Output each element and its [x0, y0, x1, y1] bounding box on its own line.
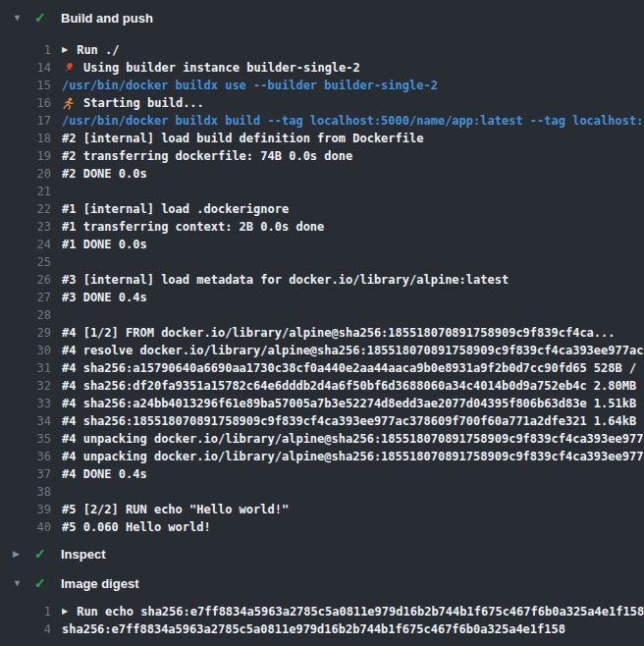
- log-text-cell: #1 DONE 0.0s: [62, 236, 644, 253]
- log-text-cell: #3 DONE 0.4s: [62, 289, 644, 306]
- line-number[interactable]: 39: [0, 501, 51, 518]
- line-number[interactable]: 23: [0, 218, 51, 236]
- line-number[interactable]: 4: [0, 620, 51, 638]
- log-text-cell: #4 unpacking docker.io/library/alpine@sh…: [62, 430, 644, 448]
- log-text-cell: #4 sha256:a15790640a6690aa1730c38cf0a440…: [62, 359, 644, 377]
- line-number[interactable]: 18: [0, 130, 51, 147]
- log-line: 4sha256:e7ff8834a5963a2785c5a0811e979d16…: [0, 620, 644, 638]
- log-text: #2 [internal] load build definition from…: [62, 130, 423, 147]
- log-text-cell: #4 sha256:a24bb4013296f61e89ba57005a7b3e…: [62, 395, 644, 412]
- expand-arrow-icon[interactable]: ▶: [62, 41, 68, 59]
- line-number[interactable]: 21: [0, 183, 51, 200]
- line-number[interactable]: 17: [0, 112, 51, 130]
- log-text: /usr/bin/docker buildx build --tag local…: [62, 112, 644, 130]
- line-number[interactable]: 1: [0, 603, 51, 620]
- group-title: Inspect: [61, 547, 106, 562]
- log-line: 21: [0, 183, 644, 200]
- line-number[interactable]: 22: [0, 200, 51, 218]
- log-text: Run echo sha256:e7ff8834a5963a2785c5a081…: [77, 603, 644, 620]
- log-text-cell: #1 transferring context: 2B 0.0s done: [62, 218, 644, 236]
- log-text: sha256:e7ff8834a5963a2785c5a0811e979d16b…: [62, 620, 565, 638]
- log-text: #4 sha256:185518070891758909c9f839cf4ca3…: [62, 412, 644, 430]
- log-line: 17/usr/bin/docker buildx build --tag loc…: [0, 112, 644, 130]
- log-text: Run ./: [77, 41, 119, 59]
- group-header-inspect[interactable]: ▶✓Inspect: [0, 542, 644, 565]
- log-text: #4 unpacking docker.io/library/alpine@sh…: [62, 448, 644, 465]
- log-text-cell: Starting build...: [62, 94, 644, 112]
- log-text-cell: [62, 253, 644, 271]
- line-number[interactable]: 38: [0, 483, 51, 501]
- log-line: 23#1 transferring context: 2B 0.0s done: [0, 218, 644, 236]
- group-header-image-digest[interactable]: ▼✓Image digest: [0, 571, 644, 595]
- line-number[interactable]: 19: [0, 147, 51, 165]
- log-text: #4 sha256:df20fa9351a15782c64e6dddb2d4a6…: [62, 377, 644, 395]
- line-number[interactable]: 27: [0, 289, 51, 306]
- log-line: 16Starting build...: [0, 94, 644, 112]
- group-title: Build and push: [61, 11, 153, 26]
- chevron-down-icon: ▼: [13, 6, 23, 29]
- log-line: 34#4 sha256:185518070891758909c9f839cf4c…: [0, 412, 644, 430]
- log-line: 1▶Run echo sha256:e7ff8834a5963a2785c5a0…: [0, 603, 644, 620]
- line-number[interactable]: 26: [0, 271, 51, 289]
- expand-arrow-icon[interactable]: ▶: [62, 603, 68, 620]
- group-title: Image digest: [61, 576, 138, 591]
- line-number[interactable]: 35: [0, 430, 51, 448]
- line-number[interactable]: 30: [0, 342, 51, 359]
- line-number[interactable]: 28: [0, 306, 51, 324]
- log-line: 37#4 DONE 0.4s: [0, 465, 644, 483]
- line-number[interactable]: 37: [0, 465, 51, 483]
- line-number[interactable]: 36: [0, 448, 51, 465]
- log-line: 14Using builder instance builder-single-…: [0, 59, 644, 77]
- line-number[interactable]: 1: [0, 41, 51, 59]
- log-text-cell: [62, 483, 644, 501]
- log-text: #5 0.060 Hello world!: [62, 518, 211, 536]
- log-line: 27#3 DONE 0.4s: [0, 289, 644, 306]
- line-number[interactable]: 20: [0, 165, 51, 183]
- log-text-cell: Using builder instance builder-single-2: [62, 59, 644, 77]
- line-number[interactable]: 24: [0, 236, 51, 253]
- log-line: 40#5 0.060 Hello world!: [0, 518, 644, 536]
- log-text: #4 resolve docker.io/library/alpine@sha2…: [62, 342, 644, 359]
- line-number[interactable]: 31: [0, 359, 51, 377]
- log-line: 39#5 [2/2] RUN echo "Hello world!": [0, 501, 644, 518]
- line-number[interactable]: 29: [0, 324, 51, 342]
- line-number[interactable]: 32: [0, 377, 51, 395]
- log-group-build-and-push: ▼✓Build and push1▶Run ./14Using builder …: [0, 6, 644, 536]
- line-number[interactable]: 40: [0, 518, 51, 536]
- log-text: Using builder instance builder-single-2: [83, 59, 360, 77]
- log-group-image-digest: ▼✓Image digest1▶Run echo sha256:e7ff8834…: [0, 571, 644, 638]
- line-number[interactable]: 33: [0, 395, 51, 412]
- log-lines: 1▶Run echo sha256:e7ff8834a5963a2785c5a0…: [0, 603, 644, 638]
- log-line: 24#1 DONE 0.0s: [0, 236, 644, 253]
- log-text-cell: #2 DONE 0.0s: [62, 165, 644, 183]
- log-text-cell: #5 0.060 Hello world!: [62, 518, 644, 536]
- log-text-cell: #5 [2/2] RUN echo "Hello world!": [62, 501, 644, 518]
- log-text-cell: #4 resolve docker.io/library/alpine@sha2…: [62, 342, 644, 359]
- line-number[interactable]: 14: [0, 59, 51, 77]
- workflow-log-viewer: ▼✓Build and push1▶Run ./14Using builder …: [0, 0, 644, 646]
- log-text: #3 [internal] load metadata for docker.i…: [62, 271, 509, 289]
- log-line: 20#2 DONE 0.0s: [0, 165, 644, 183]
- log-text-cell: /usr/bin/docker buildx use --builder bui…: [62, 77, 644, 94]
- log-text-cell: #4 [1/2] FROM docker.io/library/alpine@s…: [62, 324, 644, 342]
- line-number[interactable]: 34: [0, 412, 51, 430]
- log-line: 26#3 [internal] load metadata for docker…: [0, 271, 644, 289]
- log-line: 30#4 resolve docker.io/library/alpine@sh…: [0, 342, 644, 359]
- line-number[interactable]: 25: [0, 253, 51, 271]
- line-number[interactable]: 15: [0, 77, 51, 94]
- log-text-cell: ▶Run ./: [62, 41, 644, 59]
- log-text-cell: [62, 306, 644, 324]
- line-number[interactable]: 16: [0, 94, 51, 112]
- log-line: 36#4 unpacking docker.io/library/alpine@…: [0, 448, 644, 465]
- log-text: #2 transferring dockerfile: 74B 0.0s don…: [62, 147, 352, 165]
- log-text: #4 sha256:a15790640a6690aa1730c38cf0a440…: [62, 359, 644, 377]
- log-line: 35#4 unpacking docker.io/library/alpine@…: [0, 430, 644, 448]
- log-text: #3 DONE 0.4s: [62, 289, 147, 306]
- log-text-cell: #2 [internal] load build definition from…: [62, 130, 644, 147]
- group-header-build-and-push[interactable]: ▼✓Build and push: [0, 6, 644, 29]
- log-text-cell: ▶Run echo sha256:e7ff8834a5963a2785c5a08…: [62, 603, 644, 620]
- log-line: 15/usr/bin/docker buildx use --builder b…: [0, 77, 644, 94]
- chevron-down-icon: ▼: [13, 571, 23, 595]
- log-text-cell: /usr/bin/docker buildx build --tag local…: [62, 112, 644, 130]
- log-text: #2 DONE 0.0s: [62, 165, 147, 183]
